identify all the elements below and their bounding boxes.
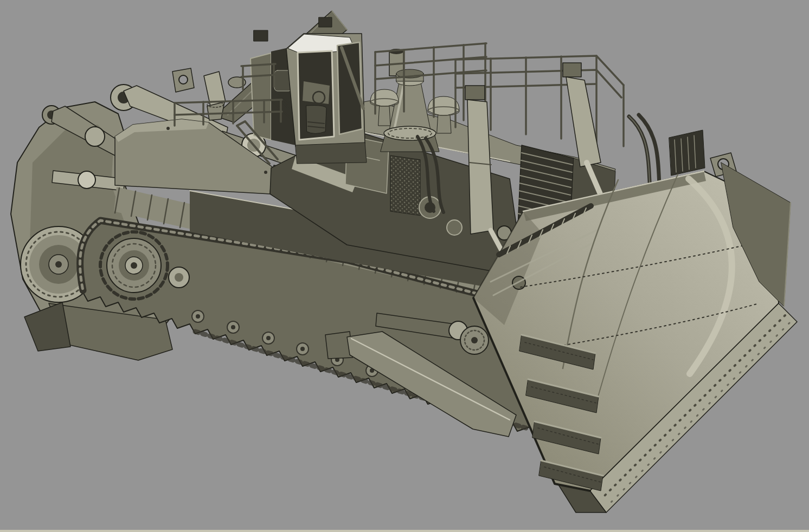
seat bbox=[306, 106, 326, 134]
render-view bbox=[0, 0, 809, 532]
spill-guard-louver bbox=[669, 130, 705, 176]
side-plate-hole bbox=[512, 276, 525, 289]
work-light bbox=[254, 30, 268, 41]
drive-sprocket-hub bbox=[100, 232, 168, 299]
active-viewport-border bbox=[0, 530, 809, 532]
cab-base bbox=[296, 142, 367, 164]
viewport-canvas[interactable] bbox=[0, 0, 809, 532]
cab-side-window bbox=[337, 42, 362, 134]
hood-port bbox=[447, 220, 462, 235]
work-light bbox=[319, 17, 332, 27]
engine-screen bbox=[390, 155, 420, 216]
